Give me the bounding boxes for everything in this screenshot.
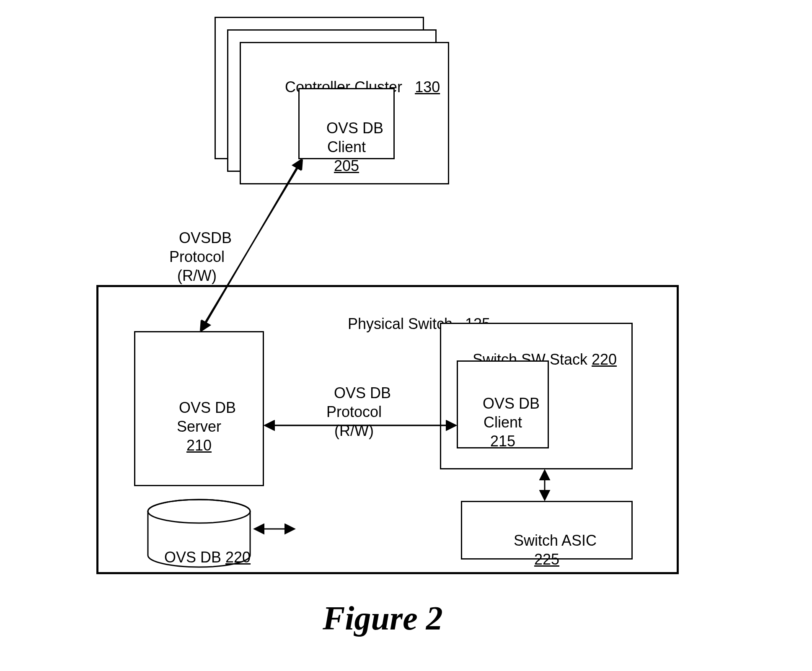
ovsdb-cylinder-label: OVS DB 220 — [147, 529, 251, 586]
switch-asic-label: Switch ASIC 225 — [461, 512, 633, 588]
link-server-stack-label: OVS DB Protocol (R/W) — [312, 365, 396, 459]
ovsdb-server-label: OVS DB Server 210 — [134, 379, 264, 474]
controller-ovsdb-client-label: OVS DB Client 205 — [298, 100, 395, 194]
figure-caption: Figure 2 — [323, 599, 443, 637]
swstack-ovsdb-client-label: OVS DB Client 215 — [457, 375, 549, 469]
diagram-canvas: Controller Cluster 130 OVS DB Client 205… — [0, 0, 812, 671]
